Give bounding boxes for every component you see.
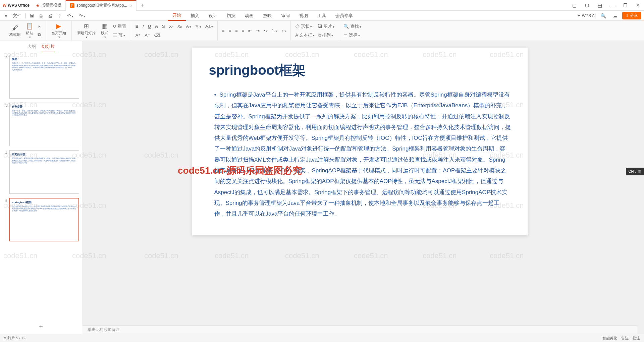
paste-button[interactable]: 📋粘贴▾	[23, 21, 36, 40]
menu-tab-tools[interactable]: 工具	[313, 11, 331, 21]
smart-beautify[interactable]: 智能美化	[602, 336, 617, 341]
sidebar: 大纲 幻灯片 2 摘要：当前社会上，人们的生活水平越来越高，各类生活用品日益增加…	[0, 41, 82, 334]
main-area: 大纲 幻灯片 2 摘要：当前社会上，人们的生活水平越来越高，各类生活用品日益增加…	[0, 41, 644, 334]
status-bar: 幻灯片 5 / 12 智能美化 备注 批注	[0, 334, 644, 342]
share-button[interactable]: ⇪ 分享	[622, 12, 641, 19]
bullet-list-icon[interactable]: •▾	[262, 27, 269, 34]
wc-icon-2[interactable]: ⬡	[581, 0, 593, 11]
thumbnails-panel[interactable]: 2 摘要：当前社会上，人们的生活水平越来越高，各类生活用品日益增加，各个家庭中闲…	[0, 52, 82, 320]
maximize-icon[interactable]: ❐	[619, 0, 631, 11]
notes-bar[interactable]: 单击此处添加备注	[82, 325, 637, 334]
increase-font-icon[interactable]: A⁺	[134, 32, 143, 39]
cloud-icon[interactable]: ☁	[611, 12, 620, 20]
highlight-button[interactable]: ✎▾	[194, 23, 203, 30]
close-window-icon[interactable]: ✕	[632, 0, 644, 11]
tab-icon-p: P	[70, 3, 74, 8]
slide-bullet: Spring框架是Java平台上的一种开源应用框架，提供具有控制反转特性的容器。…	[214, 90, 511, 220]
copy-icon[interactable]: ⧉	[36, 31, 43, 38]
menu-tab-transition[interactable]: 切换	[222, 11, 240, 21]
wc-icon-3[interactable]: ▤	[594, 0, 606, 11]
minimize-icon[interactable]: —	[606, 0, 619, 11]
ribbon: 🖌格式刷 📋粘贴▾ ✂ ⧉ ▶当页开始▾ ⊞新建幻灯片▾ ▦版式▾ ↻ 重置 ▤…	[0, 21, 644, 41]
canvas-area: springboot框架 Spring框架是Java平台上的一种开源应用框架，提…	[82, 41, 637, 334]
clear-format-icon[interactable]: ⌫	[152, 32, 162, 39]
sidebar-tab-outline[interactable]: 大纲	[28, 44, 36, 52]
menu-tab-member[interactable]: 会员专享	[331, 11, 358, 21]
hamburger-icon[interactable]: ≡	[3, 12, 9, 19]
picture-button[interactable]: 🖼 图片▾	[316, 22, 336, 31]
cut-icon[interactable]: ✂	[36, 23, 43, 30]
ime-badge[interactable]: CH ♪ 简	[626, 168, 644, 175]
wps-ai-button[interactable]: ✦ WPS AI	[577, 13, 596, 18]
shape-button[interactable]: ◇ 形状▾	[293, 22, 316, 31]
add-slide-button[interactable]: +	[0, 320, 82, 334]
slide-counter: 幻灯片 5 / 12	[4, 336, 25, 341]
format-painter-button[interactable]: 🖌格式刷	[7, 23, 23, 39]
slide[interactable]: springboot框架 Spring框架是Java平台上的一种开源应用框架，提…	[192, 48, 528, 235]
indent-increase-icon[interactable]: ⇥	[254, 27, 261, 34]
line-spacing-icon[interactable]: ↕▾	[280, 27, 288, 34]
search-icon[interactable]: 🔍	[598, 12, 608, 20]
bold-button[interactable]: B	[134, 23, 140, 30]
print-icon[interactable]: ⎙	[38, 12, 44, 20]
menu-tab-design[interactable]: 设计	[204, 11, 222, 21]
thumbnail-5[interactable]: 5 springboot框架Spring框架是Java平台上的一种开源应用框架提…	[3, 198, 79, 241]
new-slide-button[interactable]: ⊞新建幻灯片▾	[74, 21, 98, 40]
find-button[interactable]: 🔍 查找▾	[342, 22, 363, 31]
italic-button[interactable]: I	[141, 23, 146, 30]
section-button[interactable]: ▤ 节▾	[111, 31, 128, 39]
slide-canvas[interactable]: springboot框架 Spring框架是Java平台上的一种开源应用框架，提…	[82, 41, 637, 325]
strikethrough-button[interactable]: A̶	[153, 23, 160, 30]
add-tab-button[interactable]: +	[137, 2, 148, 8]
slide-title[interactable]: springboot框架	[209, 61, 511, 79]
sidebar-tab-slides[interactable]: 幻灯片	[42, 44, 55, 52]
menu-tab-slideshow[interactable]: 放映	[258, 11, 276, 21]
from-current-button[interactable]: ▶当页开始▾	[49, 21, 69, 40]
right-toolbar	[637, 41, 644, 334]
comments-toggle[interactable]: 批注	[633, 336, 640, 341]
textbox-button[interactable]: A 文本框▾	[293, 31, 316, 39]
align-center-icon[interactable]: ≡	[227, 27, 233, 34]
export-icon[interactable]: ⇪	[56, 12, 64, 20]
print-preview-icon[interactable]: 🖨	[46, 12, 54, 20]
app-name: WPS Office	[8, 3, 30, 8]
layout-button[interactable]: ▦版式▾	[98, 21, 111, 40]
arrange-button[interactable]: ⧉ 排列▾	[316, 31, 336, 39]
thumbnail-2[interactable]: 2 摘要：当前社会上，人们的生活水平越来越高，各类生活用品日益增加，各个家庭中闲…	[3, 55, 79, 99]
save-icon[interactable]: 🖫	[28, 12, 36, 20]
thumbnail-4[interactable]: 4 研究的内容：通过调研分析，发现当前用户对旧物置换有较大需求，用户可通过该网站…	[3, 150, 79, 194]
close-icon[interactable]: ×	[130, 3, 132, 8]
menu-tab-review[interactable]: 审阅	[276, 11, 294, 21]
redo-icon[interactable]: ↷▾	[77, 12, 87, 20]
slide-body[interactable]: Spring框架是Java平台上的一种开源应用框架，提供具有控制反转特性的容器。…	[209, 90, 511, 220]
number-list-icon[interactable]: 1.▾	[270, 27, 279, 34]
align-right-icon[interactable]: ≡	[233, 27, 239, 34]
tab-template[interactable]: ◈ 找稻壳模板	[32, 0, 66, 11]
select-button[interactable]: ▭ 选择▾	[342, 31, 363, 39]
menu-tab-start[interactable]: 开始	[168, 11, 186, 21]
thumbnail-3[interactable]: 3 研究背景在当今社会，随着人们生活水平提高，家庭中大量闲置物品不断增加，如何有…	[3, 103, 79, 146]
menu-tab-animation[interactable]: 动画	[240, 11, 258, 21]
wps-icon: W	[3, 3, 6, 8]
undo-icon[interactable]: ↶▾	[65, 12, 75, 20]
justify-icon[interactable]: ≡	[240, 27, 246, 34]
wc-icon-1[interactable]: ▢	[568, 0, 580, 11]
strike-button[interactable]: S	[160, 23, 167, 30]
align-left-icon[interactable]: ≡	[220, 27, 226, 34]
menu-tab-view[interactable]: 视图	[294, 11, 313, 21]
tab-icon-d: ◈	[36, 3, 39, 8]
notes-toggle[interactable]: 备注	[621, 336, 629, 341]
tab-document[interactable]: P springboot旧物置换网站pp... ×	[66, 0, 137, 11]
window-controls: ▢ ⬡ ▤ — ❐ ✕	[568, 0, 644, 11]
change-case-button[interactable]: Aa▾	[204, 23, 215, 30]
menu-tab-insert[interactable]: 插入	[186, 11, 204, 21]
indent-decrease-icon[interactable]: ⇤	[247, 27, 254, 34]
decrease-font-icon[interactable]: A⁻	[143, 32, 152, 39]
reset-button[interactable]: ↻ 重置	[111, 22, 128, 31]
superscript-button[interactable]: X²	[167, 23, 175, 30]
file-menu[interactable]: 文件	[11, 11, 23, 20]
menu-bar: ≡ 文件 | 🖫 ⎙ 🖨 ⇪ ↶▾ ↷▾ 开始 插入 设计 切换 动画 放映 审…	[0, 11, 644, 21]
font-color-button[interactable]: A▾	[184, 23, 193, 30]
subscript-button[interactable]: X₂	[176, 23, 184, 30]
underline-button[interactable]: U	[146, 23, 153, 30]
